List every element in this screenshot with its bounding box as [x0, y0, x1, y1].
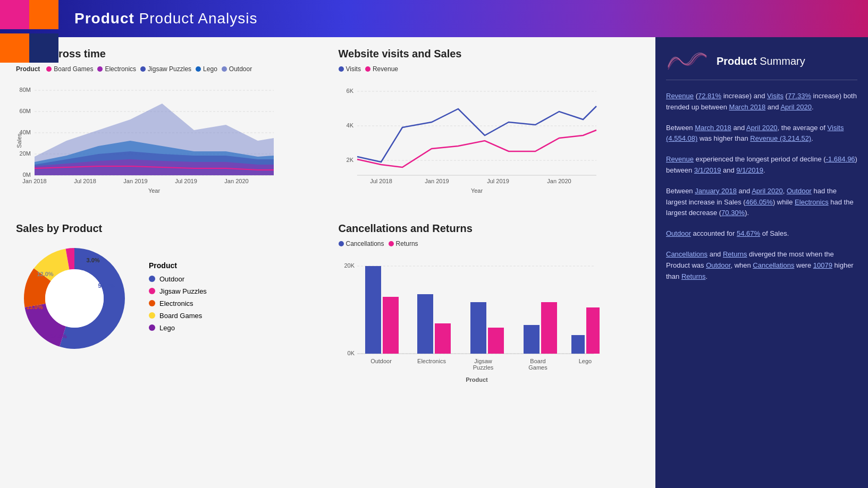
- svg-text:20M: 20M: [20, 150, 31, 157]
- svg-text:Board: Board: [530, 358, 545, 364]
- summary-p3: Revenue experienced the longest period o…: [666, 154, 857, 176]
- svg-text:54.7%: 54.7%: [98, 282, 114, 289]
- svg-text:Outdoor: Outdoor: [370, 358, 392, 364]
- legend-jigsaw: Jigsaw Puzzles: [140, 65, 191, 73]
- svg-point-39: [45, 269, 104, 328]
- svg-text:Jul 2019: Jul 2019: [175, 178, 197, 184]
- svg-text:80M: 80M: [20, 87, 31, 93]
- sales-legend: Product Board Games Electronics Jigsaw P…: [16, 65, 317, 73]
- sales-by-product-title: Sales by Product: [16, 222, 317, 235]
- visits-chart: 6K 4K 2K Jul 2018: [339, 77, 640, 207]
- svg-text:Puzzles: Puzzles: [473, 364, 493, 371]
- legend-revenue: Revenue: [365, 65, 398, 73]
- electronics-return-bar: [435, 323, 451, 354]
- svg-text:0M: 0M: [23, 172, 31, 178]
- svg-text:Games: Games: [528, 364, 547, 371]
- donut-section: 54.7% 17.4% 13.0% 12.0% 3.0% Product Out…: [16, 240, 317, 357]
- legend-boardgames-donut: Board Games: [149, 312, 207, 320]
- legend-returns: Returns: [389, 240, 418, 247]
- panel-wave-icon: [666, 48, 709, 74]
- visits-svg: 6K 4K 2K Jul 2018: [339, 77, 599, 204]
- sales-across-time-section: Sales across time Product Board Games El…: [16, 48, 317, 207]
- outdoor-cancel-bar: [365, 266, 381, 354]
- cancel-legend: Cancellations Returns: [339, 240, 640, 247]
- legend-lego: Lego: [196, 65, 217, 73]
- svg-text:Jul 2018: Jul 2018: [74, 178, 96, 184]
- panel-title: Product Summary: [717, 55, 805, 67]
- svg-text:6K: 6K: [346, 88, 353, 94]
- svg-text:Jan 2018: Jan 2018: [22, 178, 46, 184]
- visits-legend: Visits Revenue: [339, 65, 640, 73]
- lego-return-bar: [586, 307, 600, 354]
- summary-p5: Outdoor accounted for 54.67% of Sales.: [666, 228, 857, 239]
- lego-cancel-bar: [571, 335, 585, 354]
- logo: [0, 0, 64, 64]
- svg-text:Jan 2019: Jan 2019: [123, 178, 147, 184]
- cancellations-title: Cancellations and Returns: [339, 222, 640, 235]
- cancellations-section: Cancellations and Returns Cancellations …: [339, 222, 640, 392]
- website-visits-section: Website visits and Sales Visits Revenue …: [339, 48, 640, 207]
- sales-by-product-section: Sales by Product: [16, 222, 317, 392]
- header: Product Product Analysis: [0, 0, 868, 37]
- legend-outdoor-donut: Outdoor: [149, 275, 207, 283]
- svg-text:3.0%: 3.0%: [86, 257, 99, 263]
- svg-text:Electronics: Electronics: [417, 358, 446, 364]
- svg-text:20K: 20K: [344, 262, 355, 269]
- svg-text:60M: 60M: [20, 108, 31, 114]
- svg-text:13.0%: 13.0%: [26, 304, 43, 310]
- legend-jigsaw-donut: Jigsaw Puzzles: [149, 287, 207, 295]
- legend-electronics: Electronics: [97, 65, 136, 73]
- legend-lego-donut: Lego: [149, 324, 207, 332]
- svg-text:Jul 2019: Jul 2019: [487, 178, 509, 184]
- boardgames-cancel-bar: [524, 325, 540, 354]
- svg-text:Lego: Lego: [578, 358, 591, 364]
- svg-text:17.4%: 17.4%: [50, 333, 66, 339]
- svg-text:Jigsaw: Jigsaw: [474, 358, 492, 364]
- summary-p2: Between March 2018 and April 2020, the a…: [666, 123, 857, 145]
- legend-electronics-donut: Electronics: [149, 299, 207, 307]
- svg-text:Jan 2020: Jan 2020: [547, 178, 571, 184]
- page-title: Product Product Analysis: [74, 10, 258, 27]
- svg-text:Jul 2018: Jul 2018: [370, 178, 392, 184]
- website-visits-title: Website visits and Sales: [339, 48, 640, 60]
- svg-text:Jan 2019: Jan 2019: [425, 178, 449, 184]
- panel-header: Product Summary: [666, 48, 857, 80]
- outdoor-return-bar: [383, 297, 399, 354]
- sales-time-svg: 80M 60M 40M 20M 0M Sales: [16, 77, 276, 204]
- boardgames-return-bar: [541, 302, 557, 354]
- svg-text:2K: 2K: [346, 157, 353, 163]
- svg-text:4K: 4K: [346, 122, 353, 129]
- donut-svg: 54.7% 17.4% 13.0% 12.0% 3.0%: [16, 240, 133, 357]
- panel-text[interactable]: Revenue (72.81% increase) and Visits (77…: [666, 91, 857, 292]
- summary-p4: Between January 2018 and April 2020, Out…: [666, 186, 857, 219]
- legend-board-games: Board Games: [46, 65, 93, 73]
- sales-time-chart: 80M 60M 40M 20M 0M Sales: [16, 77, 317, 207]
- svg-text:Jan 2020: Jan 2020: [224, 178, 248, 184]
- svg-text:12.0%: 12.0%: [37, 271, 53, 277]
- cancel-svg: 20K 0K: [339, 252, 599, 390]
- svg-text:0K: 0K: [347, 350, 355, 356]
- jigsaw-cancel-bar: [470, 302, 486, 354]
- svg-text:Year: Year: [470, 187, 483, 194]
- legend-visits: Visits: [339, 65, 361, 73]
- svg-text:Year: Year: [148, 187, 161, 194]
- jigsaw-return-bar: [488, 328, 504, 354]
- electronics-cancel-bar: [417, 294, 433, 354]
- donut-legend: Product Outdoor Jigsaw Puzzles Electroni…: [149, 261, 207, 336]
- svg-text:Sales: Sales: [16, 133, 22, 148]
- svg-text:Product: Product: [466, 376, 488, 383]
- cancellations-chart: 20K 0K: [339, 252, 640, 392]
- legend-outdoor: Outdoor: [222, 65, 252, 73]
- summary-p1: Revenue (72.81% increase) and Visits (77…: [666, 91, 857, 113]
- summary-panel: Product Summary Revenue (72.81% increase…: [655, 37, 868, 488]
- summary-p6: Cancellations and Returns diverged the m…: [666, 249, 857, 282]
- legend-cancellations: Cancellations: [339, 240, 384, 247]
